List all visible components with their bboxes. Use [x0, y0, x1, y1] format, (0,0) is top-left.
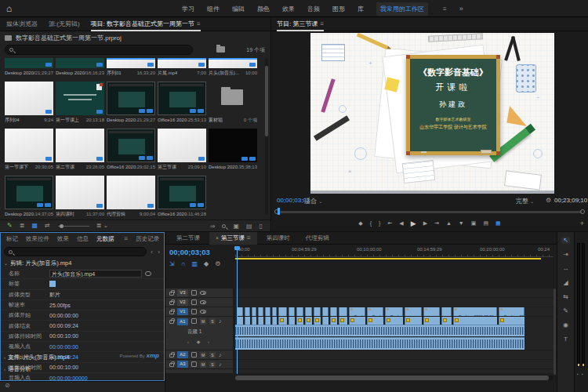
lock-icon[interactable] [169, 301, 174, 305]
audio-clip[interactable] [258, 317, 263, 325]
track-lane-a2[interactable] [235, 350, 554, 359]
source-patch-icon[interactable] [191, 318, 197, 324]
track-badge[interactable]: A3 [177, 361, 188, 368]
project-item[interactable]: 第一节课上20;13;18 [56, 82, 104, 123]
timeline-clip[interactable] [265, 307, 270, 316]
project-item[interactable]: Desktop 2020.02...14;37;05 [5, 176, 53, 217]
track-badge[interactable]: V2 [177, 299, 188, 306]
project-item[interactable]: 片头(加音乐)...10;00 [209, 58, 257, 76]
timeline-clip[interactable] [272, 307, 277, 316]
workspace-menu-item[interactable]: 学习 [182, 5, 194, 13]
project-item[interactable]: 第一节课下20;30;05 [5, 129, 53, 170]
solo-icon[interactable]: S [209, 361, 216, 368]
tab-project[interactable]: 项目: 数字影音基础正式第一周第一节≡ [91, 17, 201, 31]
track-badge[interactable]: V3 [177, 289, 188, 296]
timeline-vscrollbar[interactable] [554, 289, 556, 375]
lock-icon[interactable] [169, 292, 174, 296]
link-icon[interactable] [145, 271, 151, 276]
source-patch-icon[interactable] [191, 309, 197, 314]
project-item[interactable]: 第三节课23;09;10 [158, 129, 206, 170]
project-scrollbar[interactable] [265, 58, 268, 215]
add-marker-icon[interactable]: ◆ [204, 260, 209, 267]
insert-icon[interactable]: ▤ [483, 220, 488, 227]
lock-icon[interactable] [169, 354, 174, 358]
zoom-slider[interactable] [58, 226, 89, 227]
lift-icon[interactable]: ▲ [446, 220, 452, 227]
play-icon[interactable]: ▶ [411, 220, 416, 227]
project-item[interactable]: 第四课时11;37;00 [56, 176, 104, 217]
timeline-clip[interactable] [441, 307, 452, 316]
timeline-clip[interactable] [258, 307, 263, 316]
next-icon[interactable]: › [158, 249, 160, 256]
lock-icon[interactable] [169, 320, 174, 324]
source-patch-icon[interactable] [191, 299, 197, 305]
slip-tool[interactable]: ⇆ [563, 293, 568, 300]
add-marker-icon[interactable]: ◆ [358, 220, 362, 227]
audio-clip[interactable] [405, 317, 422, 325]
comparison-view-icon[interactable]: ▦ [495, 220, 501, 227]
scrub-handle-right[interactable] [580, 209, 585, 214]
audio-clip[interactable] [305, 317, 312, 325]
panel-menu-icon[interactable]: ≡ [320, 20, 324, 27]
project-item[interactable]: 素材箱0 个项 [209, 82, 257, 123]
project-item[interactable]: Office16 2020.02...29;02;15 [107, 129, 155, 170]
sequence-tab[interactable]: ×第三节课≡ [209, 232, 257, 245]
timeline-clip[interactable] [314, 307, 321, 316]
track-lane-a1[interactable] [235, 317, 554, 350]
audio-clip[interactable] [322, 317, 328, 325]
panel-menu-icon[interactable]: ≡ [247, 234, 251, 241]
tab-panel[interactable]: 历史记录 [136, 235, 159, 245]
mute-icon[interactable]: M [200, 352, 206, 358]
sort-icon[interactable]: ≣ ⌄ [96, 222, 109, 230]
type-tool[interactable]: T [564, 336, 568, 343]
tab-metadata[interactable]: 元数据 [96, 235, 114, 245]
lock-icon[interactable] [169, 310, 174, 314]
track-lane-v3[interactable] [235, 289, 554, 297]
track-visibility-icon[interactable] [200, 300, 206, 304]
go-to-out-icon[interactable]: ⇥ [434, 220, 439, 227]
audio-clip[interactable] [330, 317, 337, 325]
audio-clip[interactable] [423, 317, 440, 325]
audio-clip[interactable] [314, 317, 321, 325]
audio-clip[interactable] [453, 317, 497, 325]
project-item[interactable]: Desktop 2020.02...35;38;13 [209, 129, 257, 170]
mic-icon[interactable]: ♪ [219, 318, 222, 325]
workspace-menu-item[interactable]: 效果 [282, 5, 295, 13]
writable-icon[interactable]: ✎ [7, 222, 13, 230]
mark-in-icon[interactable]: { [370, 220, 372, 227]
project-item[interactable]: Office16 2020.02...11;46;28 [158, 176, 206, 217]
playback-resolution-select[interactable]: 完整 ⌄ [516, 197, 534, 205]
track-visibility-icon[interactable] [200, 310, 206, 314]
button-editor-icon[interactable]: + [580, 220, 584, 227]
timeline-timecode[interactable]: 00;00;03;03 [169, 248, 210, 256]
scrub-track[interactable] [278, 211, 582, 213]
timeline-clip[interactable]: Deskt [367, 307, 383, 316]
source-patch-icon[interactable] [191, 361, 197, 367]
delete-icon[interactable]: ▯ [260, 223, 263, 230]
track-header-v1[interactable]: V1 [165, 307, 233, 316]
audio-clip[interactable] [367, 317, 383, 325]
workspace-menu-item[interactable]: 颜色 [257, 5, 270, 13]
clip-section-header[interactable]: ⌄剪辑: 片头(加音乐).mp4 [4, 260, 71, 267]
audio-clip[interactable] [272, 317, 277, 325]
mute-icon[interactable]: M [200, 318, 206, 325]
mic-icon[interactable]: ♪ [219, 361, 222, 368]
step-forward-icon[interactable]: ▶ [423, 220, 427, 227]
timeline-ruler[interactable]: ;00;0000;04;59;2900;10;00;0000;14;59;290… [235, 246, 554, 257]
track-header-v2[interactable]: V2 [165, 298, 233, 307]
workspace-menu-item[interactable]: 编辑 [232, 5, 245, 13]
project-item[interactable]: 第二节课23;26;05 [56, 129, 104, 170]
workspace-menu-icon[interactable]: ≡ [443, 5, 447, 13]
find-icon[interactable] [222, 224, 226, 228]
source-patch-icon[interactable] [191, 290, 197, 296]
project-item[interactable]: 代理剪辑9;00;04 [107, 176, 155, 217]
workspace-menu-item[interactable]: 组件 [207, 5, 220, 13]
timeline-clip[interactable] [245, 307, 250, 316]
project-item[interactable]: Office16 2020.02...25;53;13 [158, 82, 206, 123]
export-frame-icon[interactable]: ▣ [471, 220, 477, 227]
icon-view-icon[interactable]: ▦ [31, 222, 38, 230]
linked-selection-icon[interactable]: ▥ [191, 260, 198, 267]
workspace-menu-item[interactable]: 库 [358, 5, 364, 13]
overflow-icon[interactable]: » [459, 5, 463, 13]
audio-clip[interactable] [441, 317, 452, 325]
